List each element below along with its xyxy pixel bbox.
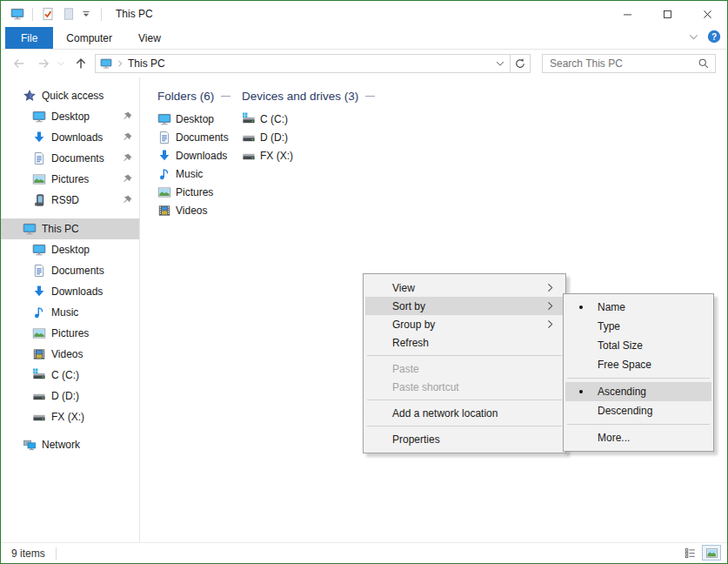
submenu-item-total-size[interactable]: Total Size — [565, 336, 711, 355]
pictures-icon — [32, 326, 46, 340]
recent-locations-chevron-icon[interactable] — [57, 59, 65, 68]
sidebar-item-pictures[interactable]: Pictures — [1, 323, 139, 344]
quick-access-toolbar — [1, 4, 108, 24]
downloads-icon — [32, 131, 46, 144]
search-input[interactable] — [548, 57, 698, 70]
music-icon — [32, 306, 46, 319]
refresh-button[interactable] — [510, 54, 531, 73]
status-separator — [56, 547, 57, 560]
desktop-icon — [32, 243, 46, 257]
tab-view[interactable]: View — [125, 27, 174, 49]
sidebar-item-downloads-pinned[interactable]: Downloads — [1, 127, 139, 148]
back-icon[interactable] — [12, 57, 26, 70]
search-icon[interactable] — [698, 57, 710, 70]
sidebar-item-pictures-pinned[interactable]: Pictures — [1, 169, 139, 190]
submenu-item-ascending[interactable]: Ascending — [565, 382, 711, 401]
customize-qat-caret-icon[interactable] — [77, 4, 95, 24]
menu-item-paste-shortcut[interactable]: Paste shortcut — [365, 378, 564, 396]
breadcrumb[interactable]: This PC — [128, 57, 165, 70]
help-icon[interactable] — [707, 30, 721, 44]
menu-item-group-by[interactable]: Group by — [365, 315, 564, 333]
videos-icon — [157, 204, 171, 218]
pin-icon[interactable] — [121, 131, 133, 144]
details-view-button[interactable] — [680, 545, 699, 561]
menu-item-sort-by[interactable]: Sort by — [365, 297, 564, 315]
tab-computer[interactable]: Computer — [53, 27, 125, 49]
maximize-button[interactable] — [647, 1, 687, 27]
sidebar-item-documents-pinned[interactable]: Documents — [1, 148, 139, 169]
thumbnails-view-icon — [705, 547, 718, 560]
new-item-qat-icon[interactable] — [60, 4, 77, 24]
pin-icon[interactable] — [121, 173, 133, 185]
menu-item-paste[interactable]: Paste — [365, 359, 564, 378]
submenu-item-name[interactable]: Name — [565, 298, 711, 317]
sidebar-item-downloads[interactable]: Downloads — [1, 281, 139, 302]
details-view-icon — [684, 547, 697, 560]
menu-item-properties[interactable]: Properties — [365, 430, 564, 448]
collapse-dash-icon — [221, 96, 230, 97]
submenu-item-free-space[interactable]: Free Space — [565, 355, 711, 374]
forward-icon[interactable] — [37, 57, 50, 70]
radio-bullet-icon — [579, 306, 583, 309]
pin-icon[interactable] — [121, 111, 133, 123]
up-icon[interactable] — [74, 57, 88, 70]
window-title: This PC — [116, 8, 153, 20]
expand-ribbon-chevron-icon[interactable] — [688, 31, 699, 43]
thumbnails-view-button[interactable] — [702, 545, 721, 561]
navigation-pane: Quick access Desktop Downloads Documents… — [1, 77, 140, 543]
star-icon — [23, 89, 37, 103]
sidebar-item-rs9d[interactable]: RS9D — [1, 190, 139, 211]
properties-qat-icon[interactable] — [39, 4, 57, 24]
network-icon — [23, 438, 37, 452]
submenu-item-more[interactable]: More... — [565, 428, 711, 447]
sidebar-item-music[interactable]: Music — [1, 302, 139, 323]
sidebar-item-documents[interactable]: Documents — [1, 260, 139, 281]
submenu-item-type[interactable]: Type — [565, 317, 711, 336]
sidebar-item-c-drive[interactable]: C (C:) — [1, 365, 139, 386]
address-dropdown-chevron-icon[interactable] — [495, 58, 505, 69]
sidebar-item-videos[interactable]: Videos — [1, 344, 139, 365]
submenu-arrow-icon — [544, 300, 556, 312]
search-box[interactable] — [542, 54, 716, 73]
menu-item-add-network-location[interactable]: Add a network location — [365, 404, 564, 422]
file-item-pictures[interactable]: Pictures — [157, 183, 230, 201]
portable-device-icon — [32, 193, 46, 207]
navigation-bar: This PC — [1, 50, 727, 77]
file-item-desktop[interactable]: Desktop — [157, 110, 230, 128]
sidebar-item-desktop[interactable]: Desktop — [1, 239, 139, 260]
menu-separator — [567, 424, 710, 425]
sidebar-item-x-drive[interactable]: FX (X:) — [1, 406, 139, 427]
sidebar-item-desktop-pinned[interactable]: Desktop — [1, 106, 139, 127]
group-header-folders[interactable]: Folders (6) — [157, 88, 230, 104]
group-folders: Folders (6) Desktop Documents Downloads — [157, 88, 230, 219]
computer-icon — [23, 222, 37, 236]
pin-icon[interactable] — [121, 152, 133, 164]
file-item-downloads[interactable]: Downloads — [157, 146, 230, 164]
sidebar-item-quick-access[interactable]: Quick access — [1, 85, 139, 106]
menu-item-view[interactable]: View — [365, 279, 564, 297]
address-bar[interactable]: This PC — [95, 54, 511, 73]
documents-icon — [32, 264, 46, 278]
music-icon — [157, 167, 171, 181]
this-pc-window-icon[interactable] — [9, 4, 26, 24]
drive-icon — [32, 389, 46, 403]
file-item-x-drive[interactable]: FX (X:) — [242, 146, 375, 164]
sidebar-item-network[interactable]: Network — [1, 434, 139, 455]
file-item-documents[interactable]: Documents — [157, 128, 230, 146]
sidebar-item-d-drive[interactable]: D (D:) — [1, 386, 139, 406]
pin-icon[interactable] — [121, 194, 133, 206]
file-item-c-drive[interactable]: C (C:) — [242, 110, 375, 128]
menu-item-refresh[interactable]: Refresh — [365, 333, 564, 352]
file-item-videos[interactable]: Videos — [157, 201, 230, 219]
tab-file[interactable]: File — [5, 27, 53, 49]
menu-separator — [367, 355, 562, 356]
refresh-icon — [514, 57, 526, 70]
sidebar-item-this-pc[interactable]: This PC — [1, 218, 139, 239]
file-item-music[interactable]: Music — [157, 164, 230, 183]
group-header-devices[interactable]: Devices and drives (3) — [242, 88, 375, 104]
close-button[interactable] — [687, 1, 727, 27]
submenu-item-descending[interactable]: Descending — [565, 401, 711, 420]
file-item-d-drive[interactable]: D (D:) — [242, 128, 375, 146]
minimize-button[interactable] — [607, 1, 647, 27]
breadcrumb-chevron-icon[interactable] — [116, 59, 124, 68]
